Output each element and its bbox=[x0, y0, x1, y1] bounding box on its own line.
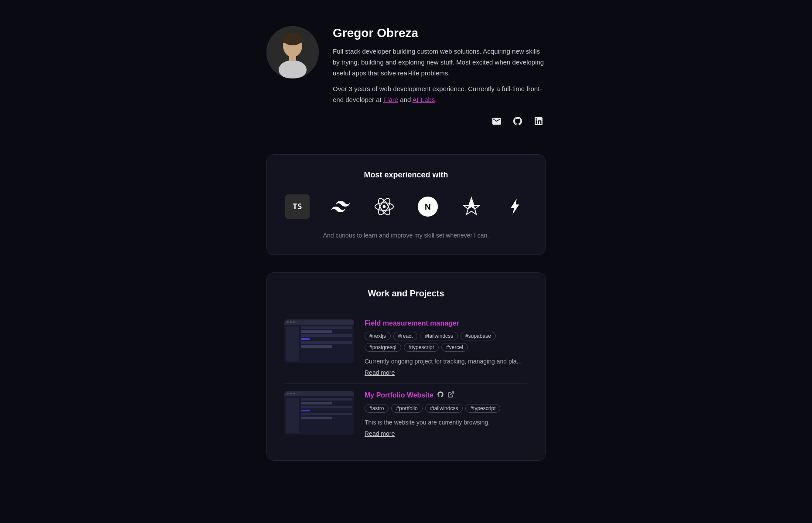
react-icon bbox=[371, 194, 397, 220]
avatar bbox=[266, 26, 319, 78]
tag: #supabase bbox=[461, 332, 496, 340]
external-link-icon[interactable] bbox=[447, 391, 454, 400]
linkedin-icon[interactable] bbox=[532, 114, 546, 128]
github-icon[interactable] bbox=[511, 114, 525, 128]
tailwind-icon bbox=[328, 194, 354, 220]
project-name-1: Field measurement manager bbox=[365, 319, 528, 327]
skills-card: Most experienced with TS bbox=[266, 154, 546, 255]
project-info-2: My Portfolio Website bbox=[365, 391, 528, 438]
svg-text:N: N bbox=[425, 202, 431, 211]
projects-card: Work and Projects bbox=[266, 272, 546, 461]
project-tags-1: #nextjs #react #tailwindcss #supabase #p… bbox=[365, 332, 528, 352]
project-info-1: Field measurement manager #nextjs #react… bbox=[365, 319, 528, 377]
project-item-2: My Portfolio Website bbox=[284, 384, 528, 445]
supabase-icon bbox=[502, 194, 528, 220]
profile-bio: Full stack developer building custom web… bbox=[333, 46, 546, 78]
projects-title: Work and Projects bbox=[284, 289, 528, 299]
flare-link[interactable]: Flare bbox=[383, 96, 398, 103]
skills-icons: TS bbox=[284, 194, 528, 220]
tag: #nextjs bbox=[365, 332, 391, 340]
aflabs-link[interactable]: AFLabs bbox=[413, 96, 435, 103]
read-more-2[interactable]: Read more bbox=[365, 430, 395, 437]
project-desc-1: Currently ongoing project for tracking, … bbox=[365, 357, 528, 366]
project-thumbnail-1[interactable] bbox=[284, 319, 354, 363]
tag: #vercel bbox=[441, 343, 468, 352]
tag: #tailwindcss bbox=[425, 404, 463, 413]
project-item: Field measurement manager #nextjs #react… bbox=[284, 312, 528, 384]
tag: #postgresql bbox=[365, 343, 401, 352]
skills-note: And curious to learn and improve my skil… bbox=[284, 232, 528, 239]
social-links bbox=[333, 114, 546, 128]
tag: #astro bbox=[365, 404, 389, 413]
tag: #typescript bbox=[404, 343, 439, 352]
astro-icon bbox=[458, 194, 484, 220]
svg-rect-5 bbox=[289, 55, 296, 61]
project-tags-2: #astro #portfolio #tailwindcss #typescri… bbox=[365, 404, 528, 413]
profile-info: Gregor Obreza Full stack developer build… bbox=[333, 26, 546, 128]
profile-experience: Over 3 years of web development experien… bbox=[333, 84, 546, 105]
typescript-icon: TS bbox=[284, 194, 310, 220]
nextjs-icon: N bbox=[415, 194, 441, 220]
project-thumbnail-2[interactable] bbox=[284, 391, 354, 435]
profile-section: Gregor Obreza Full stack developer build… bbox=[266, 26, 546, 128]
skills-title: Most experienced with bbox=[284, 170, 528, 180]
read-more-1[interactable]: Read more bbox=[365, 369, 395, 376]
github-project-icon[interactable] bbox=[437, 391, 444, 400]
tag: #portfolio bbox=[391, 404, 422, 413]
tag: #react bbox=[393, 332, 417, 340]
svg-point-4 bbox=[279, 60, 307, 78]
svg-point-9 bbox=[383, 205, 386, 208]
svg-rect-3 bbox=[283, 38, 302, 43]
avatar-container bbox=[266, 26, 319, 78]
tag: #tailwindcss bbox=[420, 332, 458, 340]
project-desc-2: This is the website you are currently br… bbox=[365, 418, 528, 427]
svg-line-12 bbox=[450, 392, 454, 395]
email-icon[interactable] bbox=[490, 114, 504, 128]
project-name-2: My Portfolio Website bbox=[365, 391, 528, 400]
tag: #typescript bbox=[465, 404, 500, 413]
profile-name: Gregor Obreza bbox=[333, 26, 546, 40]
